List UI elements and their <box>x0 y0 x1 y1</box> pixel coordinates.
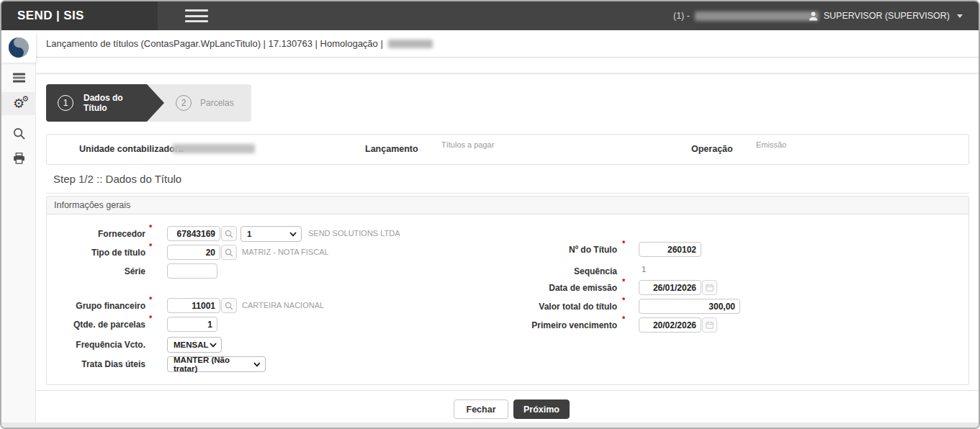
fornecedor-store-select[interactable]: 1 <box>240 226 302 242</box>
cogs-icon: ⚙⚙ <box>13 97 24 110</box>
step-label: Dados do Título <box>84 93 147 113</box>
panel-separator <box>36 73 979 75</box>
numero-titulo-label: Nº do Título <box>462 245 617 255</box>
data-emissao-calendar-button[interactable] <box>702 280 717 295</box>
user-menu-label: SUPERVISOR (SUPERVISOR) <box>824 11 950 21</box>
fornecedor-store-value: 1 <box>247 230 251 238</box>
breadcrumb: Lançamento de títulos (ContasPagar.WpLan… <box>1 30 979 58</box>
qtde-parcelas-input[interactable] <box>167 317 217 332</box>
fornecedor-label: Fornecedor <box>30 229 145 239</box>
frequencia-vcto-label: Frequência Vcto. <box>30 340 145 350</box>
required-marker: * <box>622 239 625 248</box>
sidebar-item-print[interactable] <box>1 148 36 168</box>
serie-input[interactable] <box>167 263 217 279</box>
fornecedor-lookup-button[interactable] <box>221 226 237 241</box>
trata-dias-uteis-select[interactable]: MANTER (Não tratar) <box>167 356 266 372</box>
numero-titulo-input[interactable] <box>639 242 701 257</box>
trata-dias-uteis-value: MANTER (Não tratar) <box>174 356 253 373</box>
sidebar-item-list[interactable] <box>1 68 36 88</box>
group-header-label: Informações gerais <box>54 200 130 210</box>
magnifier-icon <box>225 230 233 238</box>
hamburger-menu-icon[interactable] <box>185 8 208 24</box>
lancamento-value: Títulos a pagar <box>441 140 494 149</box>
tipo-titulo-input[interactable] <box>167 245 220 260</box>
required-marker: * <box>149 314 152 322</box>
app-window: SEND | SIS (1) - SUPERVISOR (SUPERVISOR)… <box>0 0 980 429</box>
brand-block: SEND | SIS <box>1 1 158 30</box>
frequencia-vcto-select[interactable]: MENSAL <box>167 337 222 353</box>
calendar-icon <box>706 284 714 292</box>
valor-total-label: Valor total do título <box>462 302 617 312</box>
menu-list-icon <box>13 73 25 83</box>
sidebar-logo <box>1 32 36 63</box>
session-info: (1) - <box>673 11 819 21</box>
step-title-bar: Step 1/2 :: Dados do Título <box>46 165 969 194</box>
grupo-financeiro-label: Grupo financeiro <box>30 301 145 311</box>
data-emissao-label: Data de emissão <box>462 283 617 293</box>
next-button[interactable]: Próximo <box>513 399 570 419</box>
magnifier-icon <box>225 248 233 257</box>
user-icon <box>808 11 819 22</box>
step-number: 2 <box>176 95 192 111</box>
tipo-titulo-helper-text: MATRIZ - NOTA FISCAL <box>242 248 329 256</box>
serie-label: Série <box>30 266 145 276</box>
sequencia-label: Sequência <box>462 266 617 276</box>
search-icon <box>13 127 25 140</box>
chevron-down-icon <box>289 232 297 237</box>
chevron-down-icon <box>210 343 217 348</box>
data-emissao-input[interactable] <box>639 280 701 295</box>
app-header: SEND | SIS (1) - SUPERVISOR (SUPERVISOR) <box>1 1 979 30</box>
qtde-parcelas-label: Qtde. de parcelas <box>30 320 145 330</box>
close-button[interactable]: Fechar <box>454 399 508 419</box>
required-marker: * <box>149 223 152 232</box>
redacted-session-text <box>695 12 819 21</box>
step-label: Parcelas <box>200 98 234 108</box>
step-number: 1 <box>58 95 73 111</box>
primeiro-vencimento-label: Primeiro vencimento <box>462 320 617 330</box>
operacao-value: Emissão <box>756 140 786 149</box>
user-menu[interactable]: SUPERVISOR (SUPERVISOR) <box>808 1 963 30</box>
trata-dias-uteis-label: Trata Dias úteis <box>30 359 145 369</box>
valor-total-input[interactable] <box>639 299 740 314</box>
grupo-financeiro-helper-text: CARTEIRA NACIONAL <box>242 301 324 310</box>
calendar-icon <box>706 321 714 329</box>
logo-icon <box>7 36 30 59</box>
required-marker: * <box>622 296 625 304</box>
tipo-titulo-label: Tipo de título <box>30 248 145 258</box>
primeiro-vencimento-input[interactable] <box>639 317 701 333</box>
grupo-financeiro-input[interactable] <box>167 298 220 313</box>
chevron-down-icon <box>957 14 963 18</box>
grupo-financeiro-lookup-button[interactable] <box>221 298 237 313</box>
session-count: (1) - <box>673 11 690 21</box>
fornecedor-input[interactable] <box>167 226 220 241</box>
lancamento-label: Lançamento <box>365 144 418 154</box>
magnifier-icon <box>225 302 233 310</box>
operacao-label: Operação <box>691 144 733 154</box>
frequencia-vcto-value: MENSAL <box>174 340 209 349</box>
tipo-titulo-lookup-button[interactable] <box>221 245 237 260</box>
redacted-unidade-value <box>172 144 255 153</box>
fornecedor-helper-text: SEND SOLUTIONS LTDA <box>308 229 400 238</box>
breadcrumb-text: Lançamento de títulos (ContasPagar.WpLan… <box>46 38 383 49</box>
printer-icon <box>13 153 25 164</box>
chevron-down-icon <box>253 362 261 367</box>
required-marker: * <box>622 277 625 286</box>
sequencia-value: 1 <box>642 265 646 274</box>
required-marker: * <box>149 295 152 304</box>
unidade-contabilizadora-label: Unidade contabilizadora <box>79 144 183 154</box>
tab-step-dados-do-titulo[interactable]: 1 Dados do Título <box>46 84 147 122</box>
required-marker: * <box>622 315 625 323</box>
wizard-steps: 2 Parcelas 1 Dados do Título <box>46 84 251 122</box>
bottom-strip <box>1 423 979 428</box>
sidebar-item-search[interactable] <box>1 123 36 143</box>
footer-bar: Fechar Próximo <box>36 390 979 423</box>
primeiro-vencimento-calendar-button[interactable] <box>702 317 717 333</box>
required-marker: * <box>149 242 152 250</box>
group-header: Informações gerais <box>46 196 969 214</box>
app-brand: SEND | SIS <box>17 9 84 23</box>
sidebar-item-settings[interactable]: ⚙⚙ <box>1 92 36 115</box>
page-section-title: Step 1/2 :: Dados do Título <box>53 173 181 185</box>
redacted-breadcrumb-text <box>388 40 433 48</box>
